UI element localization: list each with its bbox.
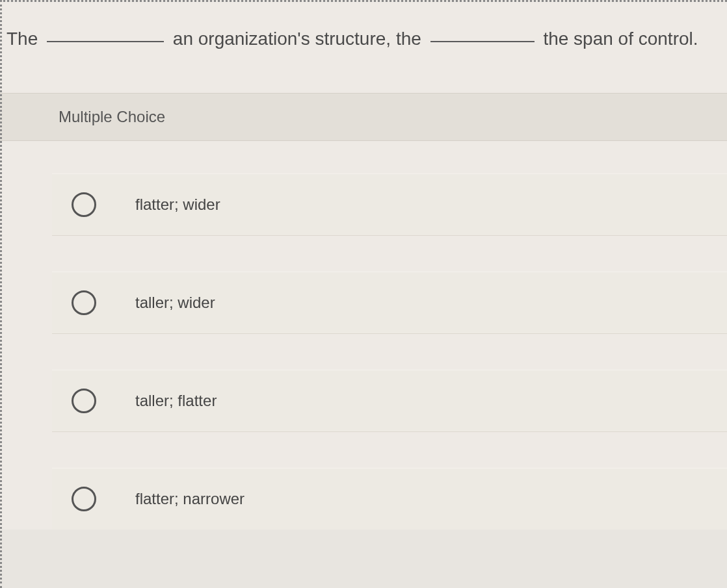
option-label: taller; flatter xyxy=(135,392,217,410)
option-label: flatter; narrower xyxy=(135,490,245,508)
option-row[interactable]: flatter; wider xyxy=(52,173,727,236)
question-text: The an organization's structure, the the… xyxy=(7,25,714,54)
option-row[interactable]: taller; wider xyxy=(52,272,727,334)
question-part-2: an organization's structure, the xyxy=(173,29,421,49)
radio-icon[interactable] xyxy=(72,389,96,413)
section-header-label: Multiple Choice xyxy=(59,108,727,126)
option-label: flatter; wider xyxy=(135,196,220,214)
radio-icon[interactable] xyxy=(72,487,96,511)
left-dotted-border xyxy=(0,0,2,588)
options-area: flatter; wider taller; wider taller; fla… xyxy=(0,141,727,530)
option-row[interactable]: taller; flatter xyxy=(52,370,727,432)
fill-blank-2 xyxy=(430,41,535,42)
radio-icon[interactable] xyxy=(72,192,96,217)
radio-icon[interactable] xyxy=(72,290,96,315)
option-row[interactable]: flatter; narrower xyxy=(52,468,727,530)
question-area: The an organization's structure, the the… xyxy=(0,2,727,94)
fill-blank-1 xyxy=(47,41,164,42)
question-part-3: the span of control. xyxy=(543,29,698,49)
question-part-1: The xyxy=(7,29,38,49)
option-label: taller; wider xyxy=(135,294,215,312)
multiple-choice-header: Multiple Choice xyxy=(0,94,727,141)
quiz-page: The an organization's structure, the the… xyxy=(0,0,727,588)
